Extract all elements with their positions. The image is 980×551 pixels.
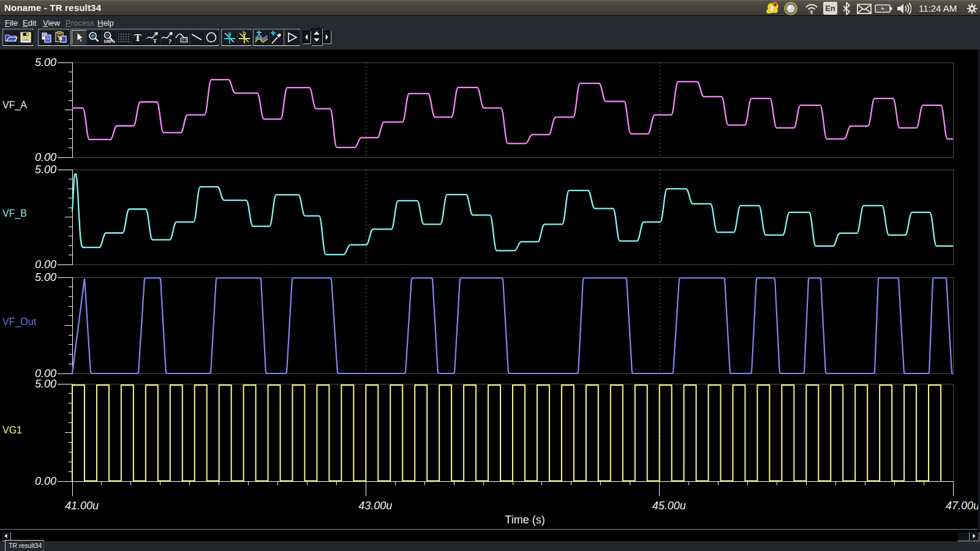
svg-text:b: b [243, 31, 246, 37]
svg-text:41.00u: 41.00u [65, 500, 99, 512]
svg-text:0.00: 0.00 [35, 475, 56, 487]
svg-text:5.00: 5.00 [35, 56, 56, 69]
svg-text:5.00: 5.00 [35, 378, 56, 390]
svg-text:45.00u: 45.00u [652, 500, 686, 512]
svg-text:Time (s): Time (s) [505, 514, 545, 526]
svg-text:T: T [134, 32, 141, 43]
svg-text:T: T [153, 38, 157, 44]
svg-text:?: ? [168, 38, 172, 44]
svg-text:a: a [228, 31, 232, 37]
svg-text:VF_Out: VF_Out [2, 317, 37, 328]
svg-text:100%: 100% [104, 39, 115, 44]
svg-text:5.00: 5.00 [35, 271, 56, 283]
svg-text:VF_A: VF_A [2, 100, 27, 111]
svg-text:0.00: 0.00 [35, 151, 56, 163]
svg-text:0.00: 0.00 [35, 258, 56, 271]
svg-text:43.00u: 43.00u [358, 500, 392, 512]
svg-text:VG1: VG1 [2, 425, 22, 435]
svg-text:47.00u: 47.00u [946, 500, 979, 512]
svg-text:4: 4 [774, 2, 776, 7]
svg-text:5.00: 5.00 [35, 163, 56, 176]
svg-text:VF_B: VF_B [2, 208, 27, 219]
